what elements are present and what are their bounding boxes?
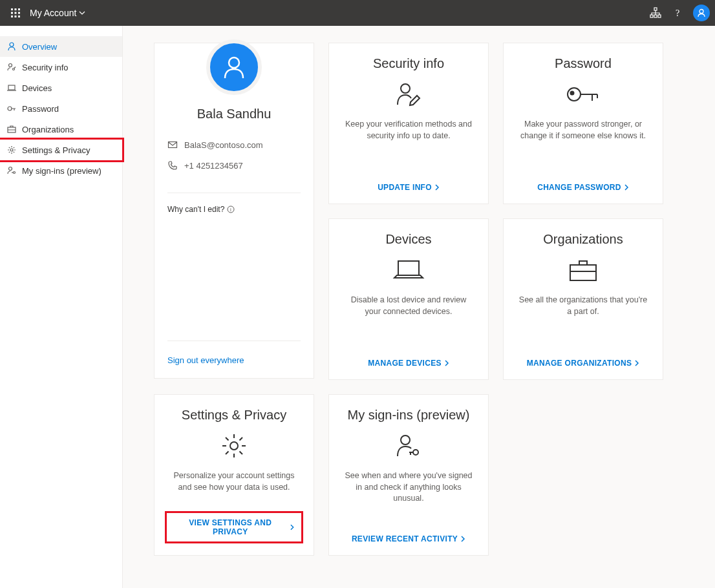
content: Bala Sandhu BalaS@contoso.com +1 4251234… xyxy=(123,26,715,588)
briefcase-icon xyxy=(565,257,601,283)
profile-name: Bala Sandhu xyxy=(167,107,301,121)
svg-point-30 xyxy=(571,92,574,95)
svg-point-34 xyxy=(401,436,410,445)
phone-value: +1 4251234567 xyxy=(184,161,243,171)
svg-point-19 xyxy=(8,107,12,110)
sidebar-item-overview[interactable]: Overview xyxy=(0,36,122,57)
signout-everywhere-link[interactable]: Sign out everywhere xyxy=(167,355,301,365)
sidebar-item-label: Security info xyxy=(22,63,69,72)
app-title-dropdown[interactable]: My Account xyxy=(30,8,85,18)
topbar-right: ? xyxy=(649,5,710,21)
svg-rect-2 xyxy=(18,8,20,10)
svg-rect-0 xyxy=(11,8,13,10)
svg-point-33 xyxy=(230,442,238,450)
card-desc: See all the organizations that you're a … xyxy=(514,295,652,317)
phone-icon xyxy=(167,160,178,171)
svg-point-22 xyxy=(9,167,12,171)
chevron-right-icon xyxy=(460,536,465,542)
chevron-right-icon xyxy=(444,360,449,366)
password-card: Password Make your password stronger, or… xyxy=(503,43,663,204)
chevron-down-icon xyxy=(79,10,85,16)
action-label: REVIEW RECENT ACTIVITY xyxy=(352,534,458,543)
svg-rect-31 xyxy=(398,261,419,275)
svg-point-35 xyxy=(413,450,418,455)
laptop-icon xyxy=(6,83,17,93)
card-title: Password xyxy=(555,56,612,71)
svg-rect-11 xyxy=(654,15,657,17)
manage-devices-link[interactable]: MANAGE DEVICES xyxy=(368,359,449,368)
waffle-icon[interactable] xyxy=(5,3,26,23)
svg-text:?: ? xyxy=(676,8,679,18)
sidebar-item-password[interactable]: Password xyxy=(0,98,122,119)
layout: Overview Security info Devices Password … xyxy=(0,26,715,588)
email-value: BalaS@contoso.com xyxy=(184,140,263,150)
card-title: Devices xyxy=(385,232,431,247)
divider xyxy=(167,193,301,193)
svg-point-17 xyxy=(13,68,15,70)
app-title: My Account xyxy=(30,8,76,18)
svg-rect-6 xyxy=(11,16,13,17)
profile-avatar xyxy=(206,39,262,95)
svg-point-14 xyxy=(699,10,703,14)
svg-rect-1 xyxy=(15,8,17,10)
security-info-card: Security info Keep your verification met… xyxy=(328,43,489,204)
svg-rect-10 xyxy=(650,15,653,17)
view-settings-privacy-link[interactable]: VIEW SETTINGS AND PRIVACY xyxy=(165,511,303,543)
card-desc: Keep your verification methods and secur… xyxy=(339,119,478,142)
card-title: Settings & Privacy xyxy=(182,408,286,423)
svg-point-15 xyxy=(10,43,14,47)
sidebar-item-my-signins[interactable]: My sign-ins (preview) xyxy=(0,160,122,181)
svg-rect-12 xyxy=(658,15,661,17)
why-cant-edit[interactable]: Why can't I edit? i xyxy=(167,205,301,214)
devices-card: Devices Disable a lost device and review… xyxy=(328,218,489,380)
key-icon xyxy=(6,103,17,114)
update-info-link[interactable]: UPDATE INFO xyxy=(378,183,440,192)
action-label: MANAGE ORGANIZATIONS xyxy=(527,359,632,368)
svg-rect-8 xyxy=(18,16,20,17)
profile-avatar-wrap xyxy=(167,39,301,95)
svg-point-29 xyxy=(568,88,581,101)
chevron-right-icon xyxy=(434,184,440,191)
avatar-button[interactable] xyxy=(693,5,710,21)
card-title: My sign-ins (preview) xyxy=(348,408,470,423)
briefcase-icon xyxy=(6,124,17,134)
person-pencil-icon xyxy=(394,81,423,107)
sidebar-item-organizations[interactable]: Organizations xyxy=(0,119,122,140)
chevron-right-icon xyxy=(290,524,295,530)
sidebar-item-label: Devices xyxy=(22,83,52,93)
svg-rect-18 xyxy=(8,85,15,90)
card-desc: Disable a lost device and review your co… xyxy=(339,295,478,317)
sidebar-item-security-info[interactable]: Security info xyxy=(0,57,122,78)
why-edit-label: Why can't I edit? xyxy=(167,205,224,214)
svg-rect-4 xyxy=(15,12,17,14)
review-activity-link[interactable]: REVIEW RECENT ACTIVITY xyxy=(352,534,465,543)
action-label: MANAGE DEVICES xyxy=(368,359,442,368)
card-grid: Bala Sandhu BalaS@contoso.com +1 4251234… xyxy=(154,43,684,556)
svg-rect-32 xyxy=(570,265,596,280)
gear-icon xyxy=(220,433,248,459)
svg-text:i: i xyxy=(230,207,231,213)
svg-rect-7 xyxy=(15,16,17,17)
manage-organizations-link[interactable]: MANAGE ORGANIZATIONS xyxy=(527,359,639,368)
card-title: Organizations xyxy=(543,232,623,247)
org-chart-icon[interactable] xyxy=(649,6,662,19)
sidebar: Overview Security info Devices Password … xyxy=(0,26,123,588)
sidebar-item-settings-privacy[interactable]: Settings & Privacy xyxy=(0,138,124,162)
action-label: CHANGE PASSWORD xyxy=(537,183,621,192)
sidebar-item-label: Organizations xyxy=(22,125,74,134)
svg-point-28 xyxy=(401,84,410,93)
change-password-link[interactable]: CHANGE PASSWORD xyxy=(537,183,629,192)
sidebar-item-devices[interactable]: Devices xyxy=(0,78,122,98)
person-key-icon xyxy=(394,433,423,459)
svg-point-24 xyxy=(229,58,239,68)
organizations-card: Organizations See all the organizations … xyxy=(503,218,663,380)
profile-card: Bala Sandhu BalaS@contoso.com +1 4251234… xyxy=(154,43,314,379)
card-desc: Personalize your account settings and se… xyxy=(165,470,303,493)
help-icon[interactable]: ? xyxy=(671,6,684,19)
chevron-right-icon xyxy=(634,360,639,366)
sidebar-item-label: Settings & Privacy xyxy=(22,145,91,155)
person-icon xyxy=(6,41,17,52)
email-row: BalaS@contoso.com xyxy=(167,140,301,150)
info-icon: i xyxy=(227,205,235,213)
svg-rect-9 xyxy=(654,8,657,10)
